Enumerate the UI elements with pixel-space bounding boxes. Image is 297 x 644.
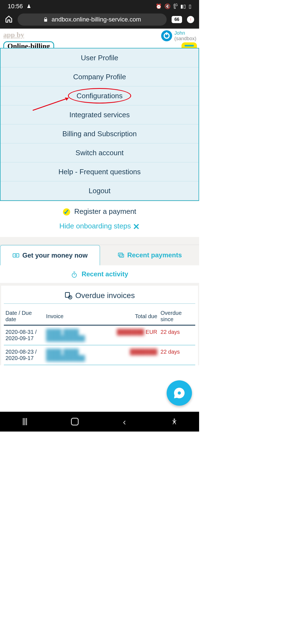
menu-switch-account[interactable]: Switch account bbox=[1, 143, 199, 162]
menu-integrated-services[interactable]: Integrated services bbox=[1, 105, 199, 124]
battery-icon: ▯ bbox=[189, 3, 191, 9]
tab-money-now[interactable]: Get your money now bbox=[0, 245, 100, 265]
dashboard-tabs: Get your money now Recent payments bbox=[0, 245, 199, 265]
nav-accessibility-button[interactable] bbox=[169, 417, 179, 427]
tab-recent-payments[interactable]: Recent payments bbox=[100, 245, 199, 265]
chat-icon bbox=[173, 387, 186, 399]
android-nav-bar: ‹ bbox=[0, 412, 199, 432]
svg-point-9 bbox=[178, 391, 181, 395]
svg-rect-4 bbox=[118, 253, 122, 256]
page-header: app by Online-billing John (sandbox) bbox=[0, 29, 199, 48]
payments-icon bbox=[117, 252, 125, 259]
user-dropdown-menu: User Profile Company Profile Configurati… bbox=[0, 48, 199, 201]
network-type-icon: 4G⇅ bbox=[173, 4, 178, 9]
table-row[interactable]: 2020-08-31 /2020-09-17 ████ ████ ███████… bbox=[4, 325, 195, 345]
stopwatch-icon bbox=[71, 271, 78, 278]
svg-point-3 bbox=[15, 255, 17, 256]
alarm-icon: ⏰ bbox=[156, 3, 162, 9]
th-invoice[interactable]: Invoice bbox=[45, 307, 115, 325]
onboarding-register-payment[interactable]: ✓ Register a payment bbox=[0, 201, 199, 218]
app-notification-icon: ♟ bbox=[27, 3, 31, 9]
android-status-bar: 10:56 ♟ ⏰ 🔇 4G⇅ ▮▯ ▯ bbox=[0, 0, 199, 13]
nav-recents-button[interactable] bbox=[20, 417, 30, 427]
page-body: ✓ Register a payment Hide onboarding ste… bbox=[0, 201, 199, 365]
nav-home-button[interactable] bbox=[70, 417, 80, 427]
menu-billing-subscription[interactable]: Billing and Subscription bbox=[1, 124, 199, 143]
menu-user-profile[interactable]: User Profile bbox=[1, 48, 199, 67]
home-icon[interactable] bbox=[5, 15, 13, 24]
svg-rect-5 bbox=[119, 254, 123, 257]
money-icon bbox=[12, 252, 20, 259]
url-bar[interactable]: andbox.online-billing-service.com bbox=[18, 13, 167, 26]
lock-icon bbox=[43, 17, 48, 22]
nav-back-button[interactable]: ‹ bbox=[120, 417, 130, 427]
update-icon[interactable]: ↑ bbox=[187, 16, 194, 23]
menu-configurations[interactable]: Configurations bbox=[1, 86, 199, 105]
browser-toolbar: andbox.online-billing-service.com 66 ↑ bbox=[0, 13, 199, 29]
power-icon bbox=[161, 30, 172, 41]
overdue-table: Date / Due date Invoice Total due Overdu… bbox=[4, 307, 195, 365]
menu-logout[interactable]: Logout bbox=[1, 181, 199, 200]
th-total[interactable]: Total due bbox=[115, 307, 159, 325]
user-menu-trigger[interactable]: John (sandbox) bbox=[161, 30, 196, 41]
menu-help-faq[interactable]: Help - Frequent questions bbox=[1, 162, 199, 181]
mute-icon: 🔇 bbox=[164, 3, 170, 9]
user-name: John bbox=[174, 30, 196, 36]
invoices-icon bbox=[64, 291, 73, 300]
menu-company-profile[interactable]: Company Profile bbox=[1, 67, 199, 86]
tabs-button[interactable]: 66 bbox=[172, 16, 182, 23]
url-text: andbox.online-billing-service.com bbox=[51, 16, 141, 23]
hide-onboarding-link[interactable]: Hide onboarding steps ✕ bbox=[0, 218, 199, 237]
th-since[interactable]: Overdue since bbox=[159, 307, 195, 325]
status-time: 10:56 bbox=[8, 3, 23, 10]
overdue-title: Overdue invoices bbox=[4, 288, 195, 304]
tab-recent-activity[interactable]: Recent activity bbox=[0, 265, 199, 283]
svg-point-10 bbox=[174, 419, 175, 420]
signal-icon: ▮▯ bbox=[180, 3, 186, 9]
overdue-invoices-panel: Overdue invoices Date / Due date Invoice… bbox=[1, 286, 198, 365]
close-icon: ✕ bbox=[133, 222, 140, 231]
table-row[interactable]: 2020-08-23 /2020-09-17 ████ ████ ███████… bbox=[4, 345, 195, 365]
user-env: (sandbox) bbox=[174, 36, 196, 41]
th-date[interactable]: Date / Due date bbox=[4, 307, 45, 325]
check-icon: ✓ bbox=[63, 208, 70, 215]
chat-fab[interactable] bbox=[167, 380, 192, 406]
svg-rect-2 bbox=[13, 254, 19, 257]
